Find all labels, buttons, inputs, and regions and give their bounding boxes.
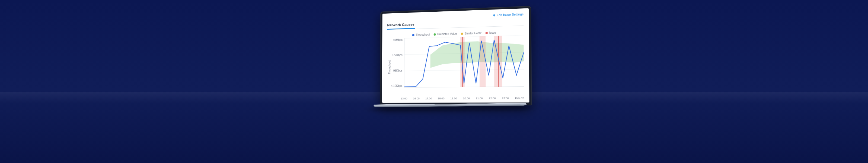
issue-window [479, 36, 486, 87]
dot-icon [486, 32, 488, 34]
edit-issue-settings-link[interactable]: Edit Issue Settings [492, 12, 524, 17]
plot-area [404, 35, 524, 87]
keyboard-hint [379, 104, 521, 106]
settings-icon [492, 13, 496, 17]
predicted-band [430, 40, 524, 68]
legend-issue: Issue [486, 31, 496, 34]
y-axis-title: Throughput [387, 38, 391, 96]
dot-icon [412, 34, 414, 36]
x-axis-ticks: 13:00 16:00 17:00 18:00 19:00 20:00 21:0… [401, 97, 524, 100]
legend-throughput: Throughput [412, 33, 430, 36]
edit-issue-settings-label: Edit Issue Settings [497, 12, 524, 17]
dot-icon [434, 33, 436, 35]
issue-window [494, 35, 502, 87]
app-screen: Edit Issue Settings Network Causes Throu… [382, 8, 529, 103]
legend-similar: Similar Event [461, 31, 482, 35]
issue-marker [498, 36, 499, 87]
dot-icon [461, 32, 463, 34]
laptop-screen-bezel: Edit Issue Settings Network Causes Throu… [380, 6, 532, 105]
throughput-chart: Throughput 10Mbps 977Kbps 98Kbps < 10Kbp… [387, 35, 524, 96]
laptop-notch [434, 104, 467, 105]
legend-predicted: Predicted Value [434, 32, 457, 36]
y-axis-ticks: 10Mbps 977Kbps 98Kbps < 10Kbps [391, 38, 404, 87]
tab-network-causes[interactable]: Network Causes [387, 21, 415, 30]
laptop-mockup: Edit Issue Settings Network Causes Throu… [374, 11, 526, 111]
